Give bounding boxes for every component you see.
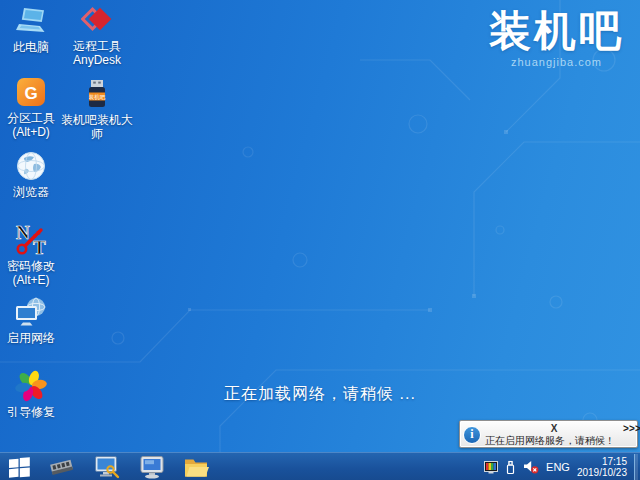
desktop-icon-browser[interactable]: 浏览器 [0, 150, 62, 199]
desktop-icon-label: 引导修复 [7, 405, 55, 419]
red-diamond-icon [81, 4, 113, 36]
desktop: 装机吧 zhuangjiba.com 此电脑 远程工具 AnyDesk [0, 0, 640, 480]
network-monitor-icon [14, 296, 48, 328]
loading-message: 正在加载网络，请稍候 ... [0, 384, 640, 405]
winpe-toast: i >>>>WinPE提示<<<< X 正在启用网络服务，请稍候！ [459, 420, 638, 448]
usb-eject-icon[interactable] [505, 460, 516, 475]
desktop-icon-password-reset[interactable]: N T 密码修改 (Alt+E) [0, 222, 62, 287]
taskbar-button-display-key[interactable] [91, 454, 123, 480]
memory-chip-icon [48, 457, 76, 477]
clock-date: 2019/10/23 [577, 467, 627, 478]
usb-badge-text: 装机吧 [89, 94, 106, 101]
brand-logo-title: 装机吧 [489, 8, 624, 54]
folder-icon [183, 456, 209, 478]
desktop-icon-label: 装机吧装机大 [61, 113, 133, 127]
desktop-icon-label: (Alt+D) [12, 125, 50, 139]
diskgenius-icon: G [16, 76, 46, 108]
desktop-icon-partition-tool[interactable]: G 分区工具 (Alt+D) [0, 76, 62, 139]
usb-drive-icon: 装机吧 [84, 78, 110, 110]
desktop-icon-install-master[interactable]: 装机吧 装机吧装机大 师 [60, 78, 134, 141]
desktop-icon-label: 启用网络 [7, 331, 55, 345]
desktop-icon-label: 师 [91, 127, 103, 141]
my-computer-icon [139, 455, 165, 479]
taskbar-clock[interactable]: 17:15 2019/10/23 [577, 456, 627, 478]
color-display-icon[interactable] [484, 461, 498, 474]
brand-logo-subtitle: zhuangjiba.com [489, 56, 624, 68]
display-key-icon [94, 455, 120, 479]
start-button[interactable] [3, 454, 35, 480]
desktop-icon-label: 远程工具 [73, 39, 121, 53]
globe-icon [16, 150, 46, 182]
desktop-icon-this-pc[interactable]: 此电脑 [0, 5, 62, 54]
toast-body: 正在启用网络服务，请稍候！ [485, 434, 635, 448]
brand-logo: 装机吧 zhuangjiba.com [489, 8, 624, 68]
desktop-icon-label: (Alt+E) [12, 273, 49, 287]
taskbar-button-memory[interactable] [46, 454, 78, 480]
clock-time: 17:15 [577, 456, 627, 467]
taskbar-button-my-computer[interactable] [136, 454, 168, 480]
laptop-icon [15, 5, 47, 37]
svg-text:T: T [33, 237, 46, 256]
desktop-icon-label: 此电脑 [13, 40, 49, 54]
nt-key-icon: N T [13, 222, 49, 256]
windows-logo-icon [9, 457, 30, 478]
desktop-icon-enable-network[interactable]: 启用网络 [0, 296, 62, 345]
circuit-pattern-decor [0, 0, 640, 480]
info-icon: i [463, 426, 481, 444]
desktop-icon-anydesk[interactable]: 远程工具 AnyDesk [60, 4, 134, 67]
language-indicator[interactable]: ENG [546, 461, 570, 473]
desktop-icon-label: AnyDesk [73, 53, 121, 67]
show-desktop-button[interactable] [634, 454, 638, 480]
desktop-icon-label: 分区工具 [7, 111, 55, 125]
system-tray: ENG 17:15 2019/10/23 [484, 454, 640, 480]
desktop-icon-label: 密码修改 [7, 259, 55, 273]
speaker-muted-icon[interactable] [523, 460, 539, 474]
taskbar-button-file-explorer[interactable] [180, 454, 212, 480]
diskgenius-glyph: G [24, 84, 37, 103]
desktop-icon-label: 浏览器 [13, 185, 49, 199]
svg-text:N: N [16, 222, 30, 243]
toast-close-button[interactable]: X [485, 423, 623, 434]
taskbar: ENG 17:15 2019/10/23 [0, 452, 640, 480]
